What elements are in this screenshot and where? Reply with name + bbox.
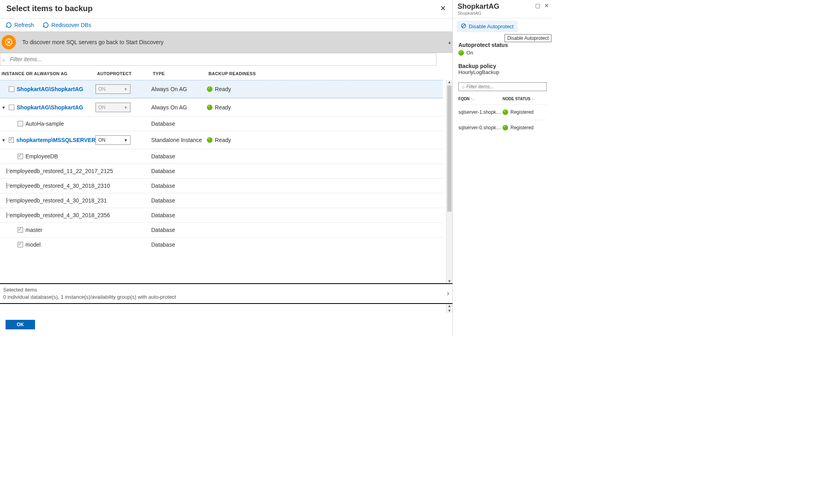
table-row[interactable]: ▼ShopkartAG\ShopkartAGON▼Always On AGRea…: [0, 98, 443, 116]
table-row[interactable]: employeedb_restored_11_22_2017_2125Datab…: [0, 163, 443, 178]
page-title: Select items to backup: [6, 4, 93, 13]
col-autoprotect[interactable]: AUTOPROTECT: [97, 71, 153, 76]
readiness-cell: Ready: [207, 104, 271, 111]
table-row[interactable]: EmployeeDBDatabase: [0, 149, 443, 163]
right-toolbar: Disable Autoprotect Disable Autoprotect: [453, 18, 552, 35]
sort-icon: ↑↓: [531, 97, 535, 101]
name-cell: employeedb_restored_4_30_2018_2356: [0, 212, 95, 218]
scroll-up-icon[interactable]: ▲: [446, 80, 452, 84]
type-cell: Database: [151, 168, 207, 174]
scrollbar-vertical[interactable]: ▲ ▼: [446, 80, 452, 283]
disable-icon: [461, 23, 466, 30]
row-checkbox[interactable]: [6, 198, 7, 203]
autoprotect-value: ON: [98, 105, 105, 110]
tooltip: Disable Autoprotect: [505, 34, 551, 42]
wrench-icon: [2, 35, 16, 49]
filter-container: ⌕: [0, 53, 436, 66]
close-icon[interactable]: ✕: [438, 2, 448, 14]
right-title: ShopkartAG: [458, 2, 499, 11]
ready-text: Ready: [215, 86, 231, 92]
filter-input[interactable]: [8, 54, 434, 65]
nodes-col-headers: FQDN↑↓ NODE STATUS↑↓: [458, 97, 547, 101]
row-checkbox[interactable]: [18, 242, 23, 247]
autoprotect-value: ON: [98, 86, 105, 92]
row-checkbox[interactable]: [6, 212, 7, 218]
autoprotect-cell: ON▼: [95, 103, 151, 112]
ready-text: Ready: [215, 104, 231, 111]
refresh-button[interactable]: Refresh: [6, 22, 34, 28]
table-row[interactable]: ▼shopkartemp\MSSQLSERVERON▼Standalone In…: [0, 131, 443, 149]
right-filter-input[interactable]: [466, 84, 545, 90]
toolbar: Refresh Rediscover DBs: [0, 19, 452, 31]
right-window-controls: ▢ ✕: [535, 2, 549, 9]
row-checkbox[interactable]: [9, 86, 14, 92]
scrollbar-tiny[interactable]: ▲ ▼: [446, 304, 452, 313]
chevron-down-icon: ▼: [124, 138, 128, 142]
expand-caret-icon[interactable]: ▼: [2, 105, 6, 110]
right-pane: ShopkartAG ShopkartAG ▢ ✕ Disable Autopr…: [453, 0, 552, 337]
table-row[interactable]: masterDatabase: [0, 222, 443, 237]
sort-icon: ↑↓: [470, 97, 474, 101]
col-type[interactable]: TYPE: [153, 71, 208, 76]
autoprotect-select[interactable]: ON▼: [95, 135, 131, 145]
list-region: ⌕ INSTANCE OR ALWAYSON AG AUTOPROTECT TY…: [0, 53, 452, 283]
row-checkbox[interactable]: [9, 105, 14, 110]
expand-caret-icon[interactable]: ▼: [2, 138, 6, 142]
right-titles: ShopkartAG ShopkartAG: [458, 2, 499, 16]
node-status-text: Registered: [510, 125, 534, 130]
selected-items-strip[interactable]: Selected items 0 individual database(s),…: [0, 283, 452, 304]
close-right-icon[interactable]: ✕: [544, 2, 549, 9]
name-cell: employeedb_restored_4_30_2018_231: [0, 197, 95, 204]
rediscover-label: Rediscover DBs: [51, 22, 91, 28]
row-name[interactable]: shopkartemp\MSSQLSERVER: [16, 137, 95, 143]
tiny-up-icon[interactable]: ▲: [446, 304, 452, 308]
row-checkbox[interactable]: [9, 137, 14, 143]
node-row[interactable]: sqlserver-1.shopkart.…Registered: [458, 104, 547, 117]
table-row[interactable]: employeedb_restored_4_30_2018_2310Databa…: [0, 178, 443, 193]
tiny-down-icon[interactable]: ▼: [446, 309, 452, 313]
col-instance[interactable]: INSTANCE OR ALWAYSON AG: [2, 71, 97, 76]
ok-button[interactable]: OK: [6, 320, 35, 329]
readiness-cell: Ready: [207, 137, 271, 143]
right-subtitle: ShopkartAG: [458, 11, 499, 16]
ready-ok-icon: [207, 137, 212, 143]
table-row[interactable]: modelDatabase: [0, 237, 443, 252]
row-name[interactable]: ShopkartAG\ShopkartAG: [17, 104, 83, 111]
row-name[interactable]: ShopkartAG\ShopkartAG: [17, 86, 83, 92]
row-checkbox[interactable]: [18, 154, 23, 159]
node-ok-icon: [503, 109, 508, 115]
row-checkbox[interactable]: [6, 183, 7, 189]
maximize-icon[interactable]: ▢: [535, 2, 540, 9]
autoprotect-value: ON: [98, 137, 105, 143]
info-banner: To discover more SQL servers go back to …: [0, 31, 452, 53]
nodes-rows: sqlserver-1.shopkart.…Registeredsqlserve…: [458, 104, 547, 132]
row-checkbox[interactable]: [6, 168, 7, 174]
scroll-down-icon[interactable]: ▼: [446, 279, 452, 283]
autoprotect-cell: ON▼: [95, 84, 151, 94]
table-row[interactable]: AutoHa-sampleDatabase: [0, 116, 443, 131]
right-body: Autoprotect status On Backup policy Hour…: [453, 35, 552, 138]
row-name: employeedb_restored_4_30_2018_2310: [10, 183, 110, 189]
scroll-up-arrow-icon[interactable]: ▲: [448, 40, 452, 45]
col-node-status[interactable]: NODE STATUS↑↓: [503, 97, 547, 101]
row-checkbox[interactable]: [18, 121, 23, 126]
node-row[interactable]: sqlserver-0.shopkart.…Registered: [458, 120, 547, 132]
row-checkbox[interactable]: [18, 227, 23, 233]
table-row[interactable]: employeedb_restored_4_30_2018_2356Databa…: [0, 208, 443, 222]
table-row[interactable]: employeedb_restored_4_30_2018_231Databas…: [0, 193, 443, 208]
status-ok-icon: [458, 50, 464, 56]
scrollbar-thumb[interactable]: [447, 86, 452, 212]
rediscover-button[interactable]: Rediscover DBs: [43, 22, 91, 28]
status-value-row: On: [458, 50, 547, 56]
type-cell: Always On AG: [151, 104, 207, 111]
chevron-down-icon: ▼: [124, 105, 128, 110]
col-fqdn[interactable]: FQDN↑↓: [458, 97, 503, 101]
name-cell: ShopkartAG\ShopkartAG: [0, 86, 95, 92]
chevron-right-icon[interactable]: ›: [447, 289, 449, 298]
name-cell: ▼shopkartemp\MSSQLSERVER: [0, 137, 95, 143]
col-readiness[interactable]: BACKUP READINESS: [208, 71, 272, 76]
table-row[interactable]: ShopkartAG\ShopkartAGON▼Always On AGRead…: [0, 80, 443, 98]
node-fqdn: sqlserver-1.shopkart.…: [458, 109, 503, 115]
disable-autoprotect-button[interactable]: Disable Autoprotect: [457, 21, 518, 32]
type-cell: Database: [151, 183, 207, 189]
